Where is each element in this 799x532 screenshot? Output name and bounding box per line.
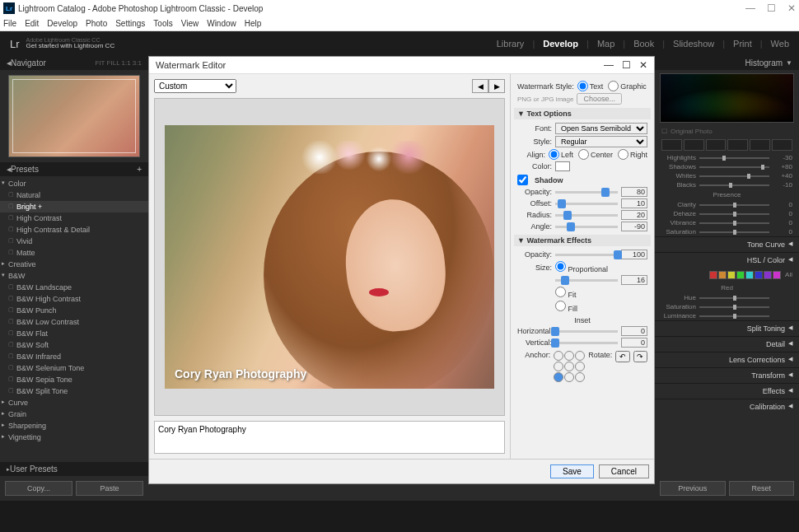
watermark-effects-section[interactable]: ▼ Watermark Effects xyxy=(514,235,651,246)
slider-track[interactable] xyxy=(699,175,769,177)
menu-tools[interactable]: Tools xyxy=(153,19,172,28)
tab-map[interactable]: Map xyxy=(597,39,614,49)
gradient-tool-icon[interactable] xyxy=(727,139,748,151)
watermark-text-input[interactable]: Cory Ryan Photography xyxy=(154,421,505,454)
brush-tool-icon[interactable] xyxy=(772,139,792,151)
align-left-radio[interactable]: Left xyxy=(549,149,573,160)
tab-book[interactable]: Book xyxy=(633,39,654,49)
size-fill-radio[interactable]: Fill xyxy=(555,301,577,313)
menu-develop[interactable]: Develop xyxy=(47,19,77,28)
menu-photo[interactable]: Photo xyxy=(86,19,107,28)
text-options-section[interactable]: ▼ Text Options xyxy=(514,108,651,119)
font-style-select[interactable]: Regular xyxy=(555,136,647,147)
preset-item[interactable]: Natural xyxy=(0,189,148,201)
navigator-header[interactable]: ◀ Navigator FIT FILL 1:1 3:1 xyxy=(0,56,148,70)
slider-track[interactable] xyxy=(699,213,769,215)
radial-tool-icon[interactable] xyxy=(750,139,770,151)
menu-file[interactable]: File xyxy=(3,19,16,28)
style-text-radio[interactable]: Text xyxy=(577,81,604,91)
panel-section-effects[interactable]: Effects◀ xyxy=(655,383,799,399)
size-proportional-radio[interactable]: Proportional xyxy=(555,261,608,273)
histogram-header[interactable]: Histogram▼ xyxy=(655,56,799,70)
user-presets-header[interactable]: ▸ User Presets xyxy=(0,462,148,476)
panel-section-tone-curve[interactable]: Tone Curve◀ xyxy=(655,236,799,252)
navigator-thumbnail[interactable] xyxy=(8,75,140,157)
preset-item[interactable]: B&W Selenium Tone xyxy=(0,362,148,374)
tab-slideshow[interactable]: Slideshow xyxy=(673,39,714,49)
watermark-preset-select[interactable]: Custom xyxy=(154,79,236,93)
panel-section-hsl-color[interactable]: HSL / Color◀ xyxy=(655,252,799,268)
preset-item[interactable]: High Contrast & Detail xyxy=(0,224,148,236)
preset-item[interactable]: B&W Soft xyxy=(0,339,148,351)
paste-button[interactable]: Paste xyxy=(76,481,143,496)
font-select[interactable]: Open Sans Semibold xyxy=(555,123,647,134)
close-button[interactable]: ✕ xyxy=(787,2,796,14)
tab-print[interactable]: Print xyxy=(733,39,752,49)
preset-group[interactable]: Grain xyxy=(0,408,148,420)
preset-item[interactable]: B&W Split Tone xyxy=(0,385,148,397)
rotate-ccw-button[interactable]: ↶ xyxy=(615,351,629,362)
panel-section-calibration[interactable]: Calibration◀ xyxy=(655,399,799,414)
previous-button[interactable]: Previous xyxy=(660,481,726,496)
redeye-tool-icon[interactable] xyxy=(706,139,727,151)
menu-edit[interactable]: Edit xyxy=(25,19,39,28)
copy-button[interactable]: Copy... xyxy=(5,481,72,496)
wm-opacity-slider[interactable] xyxy=(555,254,618,256)
preset-item[interactable]: B&W Flat xyxy=(0,328,148,339)
minimize-button[interactable]: — xyxy=(745,2,755,14)
slider-track[interactable] xyxy=(699,184,769,186)
histogram-display[interactable] xyxy=(660,73,794,123)
menu-settings[interactable]: Settings xyxy=(115,19,145,28)
preset-item[interactable]: Bright + xyxy=(0,201,148,212)
spot-tool-icon[interactable] xyxy=(684,139,704,151)
panel-section-lens-corrections[interactable]: Lens Corrections◀ xyxy=(655,352,799,367)
preset-group[interactable]: Curve xyxy=(0,397,148,408)
inset-horizontal-slider[interactable] xyxy=(555,330,618,333)
slider-track[interactable] xyxy=(699,222,769,224)
align-right-radio[interactable]: Right xyxy=(618,149,647,160)
dialog-maximize[interactable]: ☐ xyxy=(622,59,631,71)
shadow-opacity-slider[interactable] xyxy=(555,191,618,194)
slider-track[interactable] xyxy=(699,231,769,233)
maximize-button[interactable]: ☐ xyxy=(767,2,776,14)
preset-item[interactable]: Vivid xyxy=(0,236,148,247)
preset-item[interactable]: Matte xyxy=(0,247,148,259)
preset-group[interactable]: B&W xyxy=(0,270,148,282)
color-swatch[interactable] xyxy=(555,161,570,171)
slider-track[interactable] xyxy=(699,166,769,168)
preset-item[interactable]: B&W Sepia Tone xyxy=(0,374,148,385)
preset-item[interactable]: B&W Infrared xyxy=(0,351,148,362)
dialog-close[interactable]: ✕ xyxy=(639,59,647,71)
preset-item[interactable]: High Contrast xyxy=(0,212,148,224)
inset-vertical-slider[interactable] xyxy=(555,342,618,344)
menu-window[interactable]: Window xyxy=(207,19,236,28)
preset-item[interactable]: B&W Landscape xyxy=(0,282,148,293)
panel-section-detail[interactable]: Detail◀ xyxy=(655,336,799,352)
slider-track[interactable] xyxy=(699,204,769,206)
panel-section-split-toning[interactable]: Split Toning◀ xyxy=(655,320,799,336)
reset-button[interactable]: Reset xyxy=(729,481,795,496)
dialog-minimize[interactable]: — xyxy=(604,59,614,71)
crop-tool-icon[interactable] xyxy=(661,139,682,151)
next-image-button[interactable]: ▶ xyxy=(488,79,505,93)
shadow-radius-slider[interactable] xyxy=(555,214,618,217)
preset-group[interactable]: Creative xyxy=(0,259,148,270)
prev-image-button[interactable]: ◀ xyxy=(472,79,488,93)
presets-header[interactable]: ◀ Presets + xyxy=(0,162,148,176)
tab-web[interactable]: Web xyxy=(771,39,789,49)
panel-section-transform[interactable]: Transform◀ xyxy=(655,367,799,383)
preset-group[interactable]: Sharpening xyxy=(0,420,148,432)
shadow-angle-slider[interactable] xyxy=(555,226,618,228)
preset-group[interactable]: Vignetting xyxy=(0,432,148,443)
preset-group[interactable]: Color xyxy=(0,178,148,189)
preset-item[interactable]: B&W Low Contrast xyxy=(0,316,148,328)
align-center-radio[interactable]: Center xyxy=(578,149,613,160)
menu-help[interactable]: Help xyxy=(245,19,262,28)
wm-size-slider[interactable] xyxy=(555,279,618,282)
shadow-offset-slider[interactable] xyxy=(555,203,618,205)
shadow-checkbox[interactable] xyxy=(517,175,528,185)
navigator-zoom-modes[interactable]: FIT FILL 1:1 3:1 xyxy=(96,59,142,67)
save-button[interactable]: Save xyxy=(550,464,594,478)
cancel-button[interactable]: Cancel xyxy=(599,464,649,478)
slider-track[interactable] xyxy=(699,157,769,159)
